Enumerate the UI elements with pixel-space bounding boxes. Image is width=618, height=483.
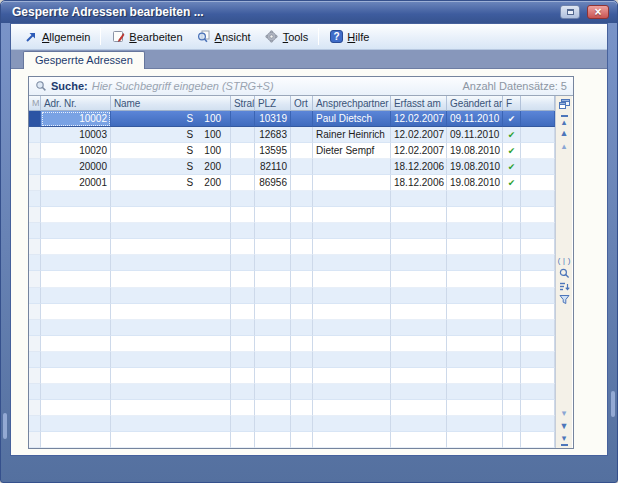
cell-adr_nr[interactable] bbox=[41, 223, 111, 239]
table-row[interactable]: 10003S 10012683Rainer Heinrich12.02.2007… bbox=[29, 127, 555, 143]
cell-adr_nr[interactable] bbox=[41, 368, 111, 384]
cell-m[interactable] bbox=[29, 239, 41, 255]
cell-erfasst_am[interactable] bbox=[391, 352, 447, 368]
cell-f[interactable] bbox=[503, 207, 521, 223]
cell-f[interactable] bbox=[503, 416, 521, 432]
cell-plz[interactable] bbox=[255, 384, 291, 400]
cell-m[interactable] bbox=[29, 191, 41, 207]
table-row-empty[interactable] bbox=[29, 352, 555, 368]
cell-ansprechpartner[interactable] bbox=[313, 288, 391, 304]
table-row-empty[interactable] bbox=[29, 239, 555, 255]
cell-erfasst_am[interactable]: 12.02.2007 bbox=[391, 143, 447, 159]
cell-strasse[interactable] bbox=[231, 191, 255, 207]
cell-filler[interactable] bbox=[521, 416, 555, 432]
cell-strasse[interactable] bbox=[231, 384, 255, 400]
tab-gesperrte-adressen[interactable]: Gesperrte Adressen bbox=[23, 51, 145, 69]
cell-ort[interactable] bbox=[291, 304, 313, 320]
cell-ansprechpartner[interactable] bbox=[313, 432, 391, 448]
cell-strasse[interactable] bbox=[231, 288, 255, 304]
cell-adr_nr[interactable] bbox=[41, 320, 111, 336]
cell-name[interactable]: S 100 bbox=[111, 127, 231, 143]
cell-erfasst_am[interactable] bbox=[391, 271, 447, 287]
restore-button[interactable] bbox=[560, 5, 580, 19]
cell-strasse[interactable] bbox=[231, 271, 255, 287]
right-resize-grip[interactable] bbox=[611, 391, 615, 417]
cell-strasse[interactable] bbox=[231, 336, 255, 352]
cell-m[interactable] bbox=[29, 432, 41, 448]
column-header-ort[interactable]: Ort bbox=[291, 96, 313, 111]
cell-name[interactable]: S 100 bbox=[111, 111, 231, 127]
cell-erfasst_am[interactable] bbox=[391, 288, 447, 304]
cell-filler[interactable] bbox=[521, 400, 555, 416]
cell-name[interactable]: S 200 bbox=[111, 175, 231, 191]
cell-name[interactable] bbox=[111, 336, 231, 352]
cell-ort[interactable] bbox=[291, 255, 313, 271]
cell-adr_nr[interactable] bbox=[41, 191, 111, 207]
cell-adr_nr[interactable] bbox=[41, 255, 111, 271]
cell-ort[interactable] bbox=[291, 111, 313, 127]
cell-name[interactable] bbox=[111, 207, 231, 223]
table-row-empty[interactable] bbox=[29, 271, 555, 287]
cell-geaendert_am[interactable] bbox=[447, 207, 503, 223]
table-row-empty[interactable] bbox=[29, 304, 555, 320]
cell-f[interactable] bbox=[503, 239, 521, 255]
cell-filler[interactable] bbox=[521, 111, 555, 127]
cell-filler[interactable] bbox=[521, 432, 555, 448]
table-row[interactable]: 10020S 10013595Dieter Sempf12.02.200719.… bbox=[29, 143, 555, 159]
cell-geaendert_am[interactable] bbox=[447, 400, 503, 416]
cell-f[interactable]: ✔ bbox=[503, 143, 521, 159]
cell-strasse[interactable] bbox=[231, 320, 255, 336]
cell-filler[interactable] bbox=[521, 271, 555, 287]
cell-ort[interactable] bbox=[291, 320, 313, 336]
cell-m[interactable] bbox=[29, 143, 41, 159]
cell-plz[interactable] bbox=[255, 255, 291, 271]
filter-icon[interactable] bbox=[557, 293, 572, 306]
cell-strasse[interactable] bbox=[231, 175, 255, 191]
cell-filler[interactable] bbox=[521, 239, 555, 255]
cell-ansprechpartner[interactable] bbox=[313, 223, 391, 239]
title-bar[interactable]: Gesperrte Adressen bearbeiten ... × bbox=[1, 1, 617, 23]
table-row[interactable]: 20001S 2008695618.12.200619.08.2010✔ bbox=[29, 175, 555, 191]
table-row[interactable]: 10002S 10010319Paul Dietsch12.02.200709.… bbox=[29, 111, 555, 127]
cell-ansprechpartner[interactable]: Dieter Sempf bbox=[313, 143, 391, 159]
table-row-empty[interactable] bbox=[29, 336, 555, 352]
cell-f[interactable]: ✔ bbox=[503, 127, 521, 143]
cell-geaendert_am[interactable] bbox=[447, 191, 503, 207]
cell-name[interactable] bbox=[111, 368, 231, 384]
table-row-empty[interactable] bbox=[29, 432, 555, 448]
cell-f[interactable] bbox=[503, 191, 521, 207]
cell-plz[interactable] bbox=[255, 304, 291, 320]
cell-erfasst_am[interactable] bbox=[391, 207, 447, 223]
cell-erfasst_am[interactable] bbox=[391, 223, 447, 239]
cell-f[interactable] bbox=[503, 400, 521, 416]
record-position-icon[interactable]: (|) bbox=[557, 254, 572, 267]
scroll-to-bottom-icon[interactable]: ▾ bbox=[557, 433, 572, 446]
cell-plz[interactable] bbox=[255, 288, 291, 304]
cell-m[interactable] bbox=[29, 207, 41, 223]
cell-f[interactable] bbox=[503, 368, 521, 384]
cell-geaendert_am[interactable]: 09.11.2010 bbox=[447, 127, 503, 143]
cell-adr_nr[interactable]: 20000 bbox=[41, 159, 111, 175]
cell-m[interactable] bbox=[29, 368, 41, 384]
cell-m[interactable] bbox=[29, 336, 41, 352]
cell-ort[interactable] bbox=[291, 191, 313, 207]
cell-geaendert_am[interactable] bbox=[447, 288, 503, 304]
cell-m[interactable] bbox=[29, 400, 41, 416]
row-up-icon[interactable]: ▴ bbox=[557, 140, 572, 153]
page-up-icon[interactable]: ▲ bbox=[557, 127, 572, 140]
cell-erfasst_am[interactable] bbox=[391, 255, 447, 271]
cell-strasse[interactable] bbox=[231, 143, 255, 159]
cell-ansprechpartner[interactable] bbox=[313, 400, 391, 416]
column-header-filler[interactable] bbox=[521, 96, 555, 111]
cell-plz[interactable]: 82110 bbox=[255, 159, 291, 175]
cell-name[interactable] bbox=[111, 255, 231, 271]
cell-f[interactable] bbox=[503, 255, 521, 271]
cell-adr_nr[interactable] bbox=[41, 400, 111, 416]
cell-plz[interactable] bbox=[255, 207, 291, 223]
cell-erfasst_am[interactable] bbox=[391, 336, 447, 352]
cell-strasse[interactable] bbox=[231, 255, 255, 271]
cell-plz[interactable]: 86956 bbox=[255, 175, 291, 191]
cell-erfasst_am[interactable] bbox=[391, 304, 447, 320]
cell-filler[interactable] bbox=[521, 320, 555, 336]
cell-plz[interactable] bbox=[255, 368, 291, 384]
